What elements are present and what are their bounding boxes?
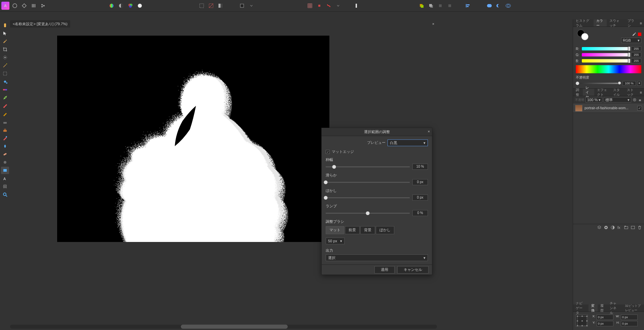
brush-fg-button[interactable]: 前景 [345,226,360,234]
preview-select[interactable]: 白黒▾ [388,139,428,146]
b-value[interactable]: 255 [631,58,641,63]
flood-fill-tool-icon[interactable] [1,78,9,85]
blend-mode-select[interactable]: 標準▾ [604,97,631,102]
dialog-close-button[interactable]: × [428,129,430,133]
bool-sub-icon[interactable] [495,2,503,10]
snap-off-icon[interactable] [315,2,323,10]
tab-color[interactable]: カラー [594,19,607,27]
feather-value[interactable]: 0 px [412,195,428,201]
smooth-value[interactable]: 0 px [412,179,428,185]
feather-slider[interactable] [326,197,410,198]
selection-new-icon[interactable] [198,2,206,10]
grid-icon[interactable] [306,2,314,10]
layer-visible-checkbox[interactable]: ✓ [637,106,642,111]
hue-strip[interactable] [576,65,641,73]
layer-opacity-select[interactable]: 100 %▾ [586,97,602,102]
move-tool-icon[interactable] [1,30,9,37]
document-close-button[interactable]: × [430,20,436,28]
tab-stock[interactable]: ストック [624,89,638,96]
recent-color-swatch[interactable] [638,33,641,36]
marquee-tool-icon[interactable] [1,70,9,77]
add-layer-icon[interactable] [631,225,635,230]
ramp-slider[interactable] [326,213,410,214]
opacity-value[interactable]: 100 % [622,81,636,86]
border-value[interactable]: 10 % [412,164,428,170]
apply-button[interactable]: 適用 [374,266,395,274]
layers-icon[interactable] [597,225,602,230]
pencil-tool-icon[interactable] [1,110,9,118]
fx-layer-icon[interactable]: fx [617,225,622,230]
document-tab[interactable]: <名称未設定> [変更あり] (79.7%) [10,20,70,28]
panel-menu-icon[interactable]: ≡ [638,19,644,27]
hand-tool-icon[interactable] [1,22,9,29]
lock-icon[interactable] [638,98,642,102]
tab-adjust[interactable]: 調整 [573,89,583,96]
mesh-warp-tool-icon[interactable] [1,183,9,190]
r-value[interactable]: 255 [631,46,641,51]
eyedropper-icon[interactable] [632,32,637,37]
tab-history[interactable]: 履歴 [598,304,607,312]
bool-int-icon[interactable] [504,2,512,10]
paint-brush-tool-icon[interactable] [1,102,9,110]
smooth-slider[interactable] [326,182,410,183]
tab-effect[interactable]: エフェクト [594,89,610,96]
scrollbar-thumb[interactable] [181,325,288,329]
inpaint-tool-icon[interactable] [1,134,9,142]
x-input[interactable]: 0 px [597,315,613,320]
tab-transform[interactable]: 変換 [589,304,598,312]
g-value[interactable]: 255 [631,52,641,57]
snap-dropdown-icon[interactable] [334,2,342,10]
auto-colors-icon[interactable] [126,2,134,10]
group-layer-icon[interactable] [624,225,629,230]
mask-layer-icon[interactable] [604,225,608,230]
selection-deselect-icon[interactable] [207,2,215,10]
persona-liquify-icon[interactable] [20,2,28,10]
auto-levels-icon[interactable] [108,2,116,10]
tab-swatch[interactable]: スウォッチ [607,19,625,27]
r-slider[interactable] [582,47,630,50]
gradient-tool-icon[interactable] [1,86,9,93]
brush-bg-button[interactable]: 背景 [360,226,375,234]
delete-layer-icon[interactable] [637,225,642,230]
y-input[interactable]: 0 px [597,321,613,326]
magic-wand-tool-icon[interactable] [1,62,9,69]
brush-feather-button[interactable]: ぼかし [376,226,394,234]
gear-icon[interactable] [633,98,637,102]
panel-menu-icon[interactable]: ≡ [638,89,644,96]
tab-brush[interactable]: ブラシ [625,19,638,27]
heal-tool-icon[interactable] [1,151,9,158]
crop-tool-icon[interactable] [1,46,9,53]
quickmask-icon[interactable] [238,2,246,10]
opacity-dropdown[interactable]: ▾ [637,81,641,86]
snap-on-icon[interactable] [325,2,333,10]
cancel-button[interactable]: キャンセル [397,266,429,274]
border-slider[interactable] [326,166,410,167]
persona-photo-icon[interactable] [11,2,19,10]
horizontal-scrollbar[interactable] [10,325,437,329]
dropdown-caret-icon[interactable] [247,2,255,10]
auto-wb-icon[interactable] [136,2,144,10]
secondary-color-swatch[interactable] [581,33,589,40]
layer-row[interactable]: portrair-of-fashionable-wom... ✓ [573,104,644,113]
arrange-front-icon[interactable] [417,2,426,10]
text-tool-icon[interactable]: A [1,175,9,182]
tab-style[interactable]: スタイル [610,89,624,96]
rectangle-tool-icon[interactable] [1,167,9,174]
bool-add-icon[interactable] [485,2,493,10]
h-input[interactable]: 0 px [621,321,638,326]
tab-layer[interactable]: レイヤ [583,89,595,96]
arrange-bwd-icon[interactable] [446,2,454,10]
selection-brush-tool-icon[interactable] [1,54,9,61]
assistant-icon[interactable] [352,2,360,10]
w-input[interactable]: 0 px [621,315,638,320]
dodge-tool-icon[interactable] [1,142,9,150]
eraser-tool-icon[interactable] [1,118,9,126]
tab-channel[interactable]: チャンネル [607,304,622,312]
clone-tool-icon[interactable] [1,126,9,134]
tab-32bit[interactable]: 32ビットプレビュー [622,304,644,312]
persona-export-icon[interactable] [39,2,47,10]
b-slider[interactable] [582,59,630,63]
align-icon[interactable] [464,2,472,10]
auto-contrast-icon[interactable] [117,2,125,10]
transform-anchor-widget[interactable] [576,315,588,327]
